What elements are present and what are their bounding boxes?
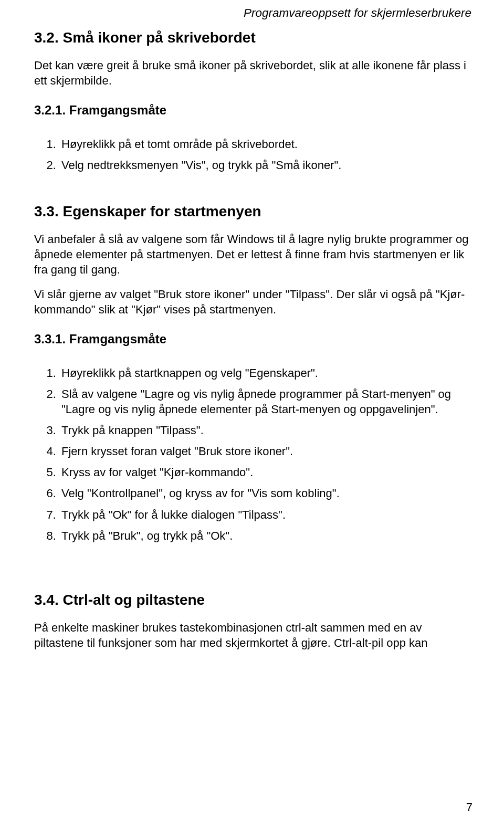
list-item: Høyreklikk på startknappen og velg "Egen… <box>59 365 472 381</box>
document-page: Programvareoppsett for skjermleserbruker… <box>0 0 504 830</box>
paragraph: Vi slår gjerne av valget "Bruk store iko… <box>34 287 472 317</box>
steps-3-3-1: Høyreklikk på startknappen og velg "Egen… <box>34 365 472 543</box>
steps-3-2-1: Høyreklikk på et tomt område på skrivebo… <box>34 136 472 173</box>
list-item: Trykk på knappen "Tilpass". <box>59 423 472 438</box>
list-item: Høyreklikk på et tomt område på skrivebo… <box>59 136 472 152</box>
paragraph: Vi anbefaler å slå av valgene som får Wi… <box>34 232 472 277</box>
heading-3-2: 3.2. Små ikoner på skrivebordet <box>34 29 472 46</box>
list-item: Kryss av for valget "Kjør-kommando". <box>59 465 472 480</box>
list-item: Velg nedtrekksmenyen "Vis", og trykk på … <box>59 157 472 173</box>
heading-3-3-1: 3.3.1. Framgangsmåte <box>34 332 472 346</box>
list-item: Trykk på "Ok" for å lukke dialogen "Tilp… <box>59 507 472 522</box>
paragraph: Det kan være greit å bruke små ikoner på… <box>34 58 472 88</box>
list-item: Slå av valgene "Lagre og vis nylig åpned… <box>59 386 472 417</box>
running-head: Programvareoppsett for skjermleserbruker… <box>34 6 472 20</box>
paragraph: På enkelte maskiner brukes tastekombinas… <box>34 620 472 650</box>
page-number: 7 <box>466 801 472 814</box>
heading-3-4: 3.4. Ctrl-alt og piltastene <box>34 592 472 608</box>
list-item: Velg "Kontrollpanel", og kryss av for "V… <box>59 486 472 501</box>
heading-3-3: 3.3. Egenskaper for startmenyen <box>34 203 472 220</box>
heading-3-2-1: 3.2.1. Framgangsmåte <box>34 103 472 118</box>
list-item: Fjern krysset foran valget "Bruk store i… <box>59 444 472 459</box>
list-item: Trykk på "Bruk", og trykk på "Ok". <box>59 528 472 543</box>
